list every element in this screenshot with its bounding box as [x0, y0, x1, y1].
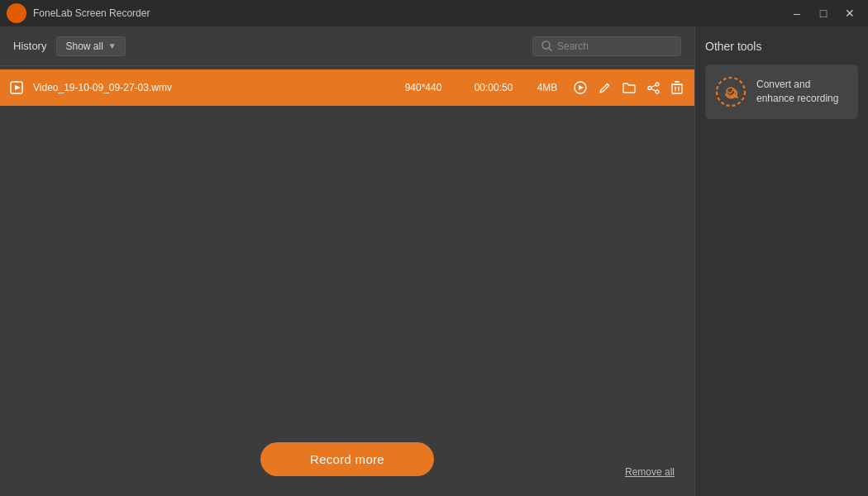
- recording-filename: Video_19-10-09_09-27-03.wmv: [33, 82, 382, 93]
- recording-size: 4MB: [531, 82, 564, 93]
- recording-actions: [572, 79, 684, 96]
- maximize-button[interactable]: □: [812, 3, 835, 23]
- share-button[interactable]: [646, 80, 661, 96]
- recording-list: Video_19-10-09_09-27-03.wmv 940*440 00:0…: [0, 66, 694, 422]
- recording-duration: 00:00:50: [465, 82, 522, 93]
- play-button[interactable]: [572, 79, 589, 96]
- remove-all-link[interactable]: Remove all: [625, 466, 675, 478]
- filter-dropdown[interactable]: Show all ▼: [56, 36, 125, 56]
- svg-point-8: [656, 90, 659, 93]
- recording-resolution: 940*440: [390, 82, 456, 93]
- main-container: History Show all ▼: [0, 26, 868, 496]
- search-box: [532, 36, 681, 56]
- other-tools-title: Other tools: [705, 40, 858, 53]
- svg-line-10: [651, 85, 656, 88]
- minimize-button[interactable]: –: [785, 3, 808, 23]
- chevron-down-icon: ▼: [108, 41, 117, 50]
- search-input[interactable]: [557, 41, 656, 52]
- svg-line-11: [651, 88, 656, 91]
- search-icon: [541, 41, 552, 51]
- video-file-icon: [10, 80, 25, 95]
- right-panel: Other tools Convert and enhance recordin…: [694, 26, 868, 496]
- app-logo: [7, 3, 26, 23]
- table-row[interactable]: Video_19-10-09_09-27-03.wmv 940*440 00:0…: [0, 69, 694, 106]
- convert-enhance-label: Convert and enhance recording: [756, 78, 848, 106]
- record-more-button[interactable]: Record more: [260, 442, 434, 476]
- close-button[interactable]: ✕: [838, 3, 861, 23]
- left-panel: History Show all ▼: [0, 26, 694, 496]
- svg-point-7: [656, 83, 659, 86]
- toolbar: History Show all ▼: [0, 26, 694, 66]
- svg-line-1: [549, 48, 552, 51]
- svg-rect-12: [672, 84, 682, 93]
- app-title: FoneLab Screen Recorder: [33, 7, 785, 19]
- svg-line-6: [608, 83, 609, 85]
- delete-button[interactable]: [670, 79, 684, 96]
- window-controls: – □ ✕: [785, 3, 861, 23]
- svg-point-9: [648, 86, 651, 89]
- filter-value: Show all: [65, 41, 103, 52]
- svg-marker-5: [579, 85, 584, 90]
- history-label: History: [13, 40, 46, 52]
- folder-button[interactable]: [621, 80, 637, 95]
- convert-icon: [715, 76, 746, 107]
- bottom-bar: Record more Remove all: [0, 422, 694, 496]
- titlebar: FoneLab Screen Recorder – □ ✕: [0, 0, 868, 26]
- edit-button[interactable]: [597, 80, 613, 96]
- svg-marker-3: [15, 85, 21, 90]
- convert-enhance-card[interactable]: Convert and enhance recording: [705, 64, 858, 119]
